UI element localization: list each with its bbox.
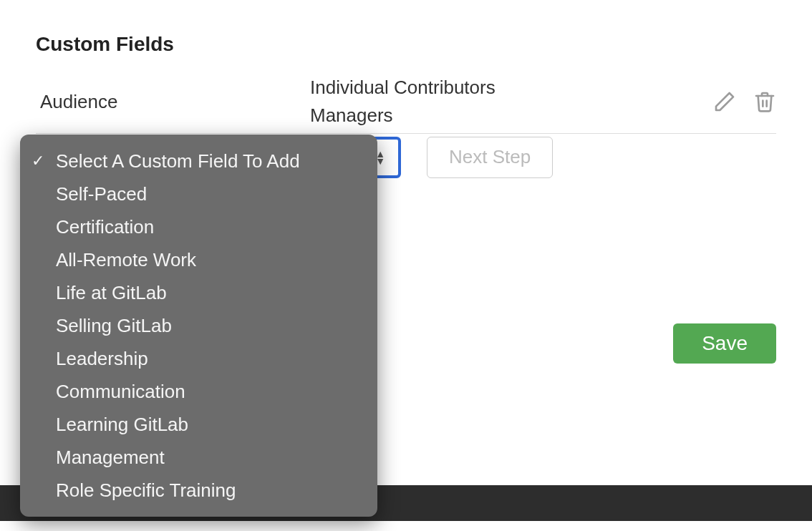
dropdown-option[interactable]: Certification xyxy=(20,210,377,243)
dropdown-option-label: Communication xyxy=(56,381,377,403)
dropdown-option-label: All-Remote Work xyxy=(56,249,377,271)
dropdown-option[interactable]: Communication xyxy=(20,375,377,408)
field-value-line: Managers xyxy=(310,102,676,130)
row-actions xyxy=(676,90,776,113)
dropdown-option-label: Certification xyxy=(56,216,377,238)
dropdown-option-label: Leadership xyxy=(56,348,377,370)
custom-field-dropdown[interactable]: ✓Select A Custom Field To AddSelf-PacedC… xyxy=(20,135,377,517)
custom-field-label: Audience xyxy=(36,91,310,113)
dropdown-option-label: Management xyxy=(56,447,377,469)
section-title: Custom Fields xyxy=(36,33,776,56)
next-step-button[interactable]: Next Step xyxy=(427,137,553,178)
dropdown-option[interactable]: Management xyxy=(20,441,377,474)
dropdown-option[interactable]: ✓Select A Custom Field To Add xyxy=(20,145,377,177)
save-button[interactable]: Save xyxy=(673,323,776,364)
dropdown-option-label: Select A Custom Field To Add xyxy=(56,150,377,172)
field-value-line: Individual Contributors xyxy=(310,74,676,102)
dropdown-option-label: Learning GitLab xyxy=(56,414,377,436)
dropdown-option[interactable]: Leadership xyxy=(20,342,377,375)
dropdown-option[interactable]: Selling GitLab xyxy=(20,309,377,342)
custom-field-values: Individual Contributors Managers xyxy=(310,74,676,130)
edit-icon[interactable] xyxy=(713,90,736,113)
dropdown-option[interactable]: Life at GitLab xyxy=(20,276,377,309)
save-row: Save xyxy=(673,323,776,364)
checkmark-icon: ✓ xyxy=(20,152,56,170)
dropdown-option-label: Role Specific Training xyxy=(56,479,377,502)
custom-field-row-audience: Audience Individual Contributors Manager… xyxy=(36,70,776,134)
trash-icon[interactable] xyxy=(753,90,776,113)
dropdown-option[interactable]: Role Specific Training xyxy=(20,474,377,507)
dropdown-option-label: Selling GitLab xyxy=(56,315,377,337)
dropdown-option[interactable]: Learning GitLab xyxy=(20,408,377,441)
dropdown-option[interactable]: All-Remote Work xyxy=(20,243,377,276)
dropdown-option-label: Self-Paced xyxy=(56,183,377,205)
dropdown-option[interactable]: Self-Paced xyxy=(20,177,377,210)
dropdown-option-label: Life at GitLab xyxy=(56,282,377,304)
